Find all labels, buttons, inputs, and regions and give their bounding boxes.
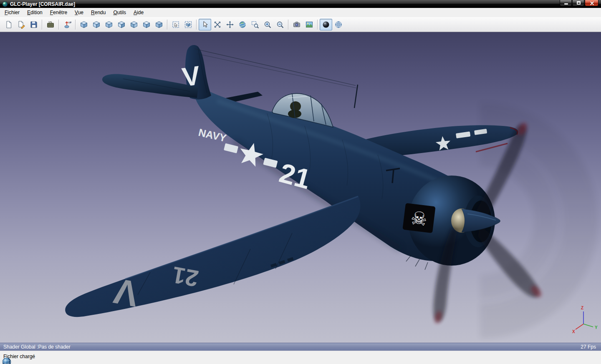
fps-counter: 27 Fps — [581, 344, 596, 350]
zoom-out-icon — [276, 20, 284, 29]
pan-tool-button[interactable] — [224, 19, 236, 30]
left-view-button[interactable] — [115, 19, 128, 30]
left-view-icon — [117, 20, 126, 29]
close-button[interactable] — [585, 0, 598, 6]
glc-player-window: GLC-Player [CORSAIR.dae] Fichier Edition… — [0, 0, 601, 364]
snapshot-icon — [293, 20, 301, 29]
open-album-button[interactable] — [15, 19, 28, 30]
menu-aide[interactable]: Aide — [130, 8, 147, 17]
back-view-button[interactable] — [103, 19, 115, 30]
save-album-icon — [30, 20, 38, 29]
pointer-tool-button[interactable] — [199, 19, 211, 30]
wing-number: 21 — [170, 262, 200, 292]
menu-fenetre[interactable]: Fenêtre — [46, 8, 71, 17]
back-view-icon — [105, 20, 113, 29]
minimize-button[interactable] — [560, 0, 572, 6]
axis-x-label: X — [572, 329, 575, 334]
app-icon — [2, 1, 8, 7]
up-view-button[interactable]: UP — [61, 19, 73, 30]
texture-icon — [305, 20, 313, 29]
message-bar: Fichier chargé — [0, 351, 601, 364]
globe-status-icon — [2, 357, 12, 364]
menu-rendu[interactable]: Rendu — [87, 8, 109, 17]
near-wing: V 21 — [65, 196, 360, 317]
shaded-mode-icon — [322, 20, 330, 29]
title-bar[interactable]: GLC-Player [CORSAIR.dae] — [0, 0, 601, 8]
toolbar-separator — [196, 20, 197, 30]
maximize-icon — [577, 1, 581, 5]
select-frame-button[interactable] — [169, 19, 182, 30]
open-file-icon — [46, 20, 55, 29]
open-album-icon — [17, 20, 25, 29]
toolbar-separator — [288, 20, 289, 30]
select-body-button[interactable] — [182, 19, 194, 30]
minimize-icon — [564, 3, 568, 5]
menu-outils[interactable]: Outils — [109, 8, 130, 17]
pointer-tool-icon — [201, 20, 209, 29]
shaded-mode-toggle[interactable] — [320, 19, 332, 30]
shader-status: Shader Global :Pas de shader — [3, 344, 71, 350]
window-title: GLC-Player [CORSAIR.dae] — [10, 1, 75, 7]
wireframe-globe-icon — [334, 20, 343, 29]
jolly-roger: ☠ — [402, 203, 435, 233]
spinner — [462, 209, 500, 232]
move-tool-button[interactable] — [211, 19, 224, 30]
corsair-model[interactable]: V NAV — [0, 32, 601, 343]
wireframe-globe-toggle[interactable] — [332, 19, 345, 30]
toolbar-separator — [75, 20, 76, 30]
toolbar-separator — [317, 20, 318, 30]
svg-text:UP: UP — [68, 21, 71, 23]
maximize-button[interactable] — [572, 0, 584, 6]
orbit-tool-button[interactable] — [236, 19, 249, 30]
zoom-window-button[interactable] — [249, 19, 261, 30]
top-view-button[interactable] — [140, 19, 153, 30]
wing-letter: V — [111, 271, 141, 315]
status-bar: Shader Global :Pas de shader 27 Fps — [0, 343, 601, 351]
new-album-button[interactable] — [3, 19, 15, 30]
axis-y-label: Y — [595, 325, 598, 330]
snapshot-button[interactable] — [290, 19, 303, 30]
skull-icon: ☠ — [409, 207, 428, 230]
texture-button[interactable] — [303, 19, 316, 30]
menu-edition[interactable]: Edition — [23, 8, 46, 17]
menu-bar: Fichier Edition Fenêtre Vue Rendu Outils… — [0, 8, 601, 17]
front-view-button[interactable] — [90, 19, 103, 30]
viewport-3d[interactable]: V NAV — [0, 32, 601, 343]
right-view-button[interactable] — [128, 19, 140, 30]
toolbar: UP — [0, 17, 601, 32]
axis-z-label: Z — [581, 306, 583, 310]
toolbar-separator — [42, 20, 43, 30]
pan-tool-icon — [226, 20, 234, 29]
save-album-button[interactable] — [28, 19, 40, 30]
up-view-icon: UP — [63, 20, 71, 29]
iso-view-icon — [80, 20, 88, 29]
axis-indicator: Z X Y — [572, 306, 598, 334]
bottom-view-icon — [155, 20, 163, 29]
top-view-icon — [142, 20, 151, 29]
bottom-view-button[interactable] — [153, 19, 165, 30]
toolbar-separator — [58, 20, 59, 30]
new-album-icon — [5, 20, 13, 29]
zoom-in-icon — [263, 20, 272, 29]
open-file-button[interactable] — [44, 19, 57, 30]
front-view-icon — [92, 20, 101, 29]
window-controls — [559, 0, 598, 6]
zoom-in-button[interactable] — [261, 19, 274, 30]
orbit-tool-icon — [238, 20, 247, 29]
select-frame-icon — [172, 20, 180, 29]
iso-view-button[interactable] — [78, 19, 90, 30]
menu-vue[interactable]: Vue — [71, 8, 87, 17]
zoom-window-icon — [251, 20, 259, 29]
select-body-icon — [184, 20, 192, 29]
move-tool-icon — [213, 20, 222, 29]
zoom-out-button[interactable] — [274, 19, 286, 30]
menu-fichier[interactable]: Fichier — [1, 8, 23, 17]
right-view-icon — [130, 20, 138, 29]
toolbar-separator — [167, 20, 168, 30]
